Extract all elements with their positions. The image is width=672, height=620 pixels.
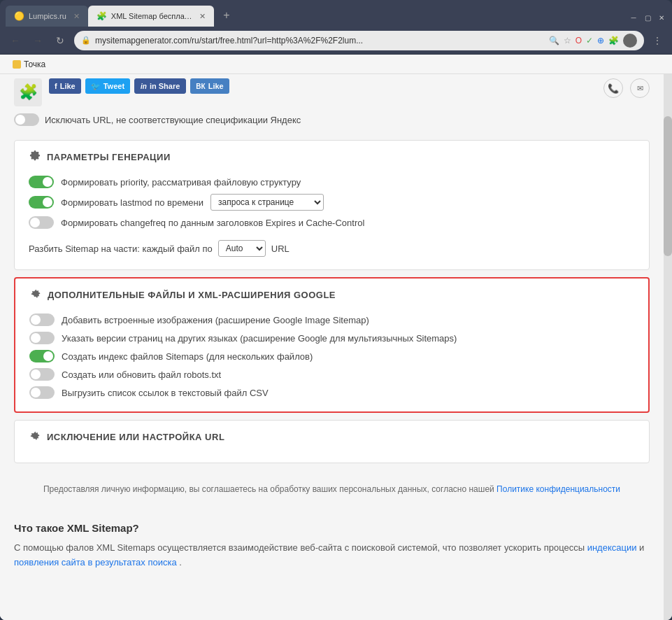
lastmod-row: Формировать lastmod по времени запроса к…: [29, 191, 635, 213]
menu-icon[interactable]: ⋮: [650, 32, 665, 49]
twitter-icon: 🐦: [91, 82, 101, 91]
reload-button[interactable]: ↻: [52, 32, 69, 49]
images-toggle-knob: [31, 315, 41, 325]
scrollbar[interactable]: [664, 74, 672, 620]
gear-icon-additional: [29, 288, 42, 301]
csv-toggle-knob: [31, 388, 41, 397]
star-icon[interactable]: ☆: [564, 36, 571, 45]
bookmark-folder-icon: [13, 60, 21, 69]
email-icon[interactable]: ✉: [630, 78, 650, 98]
generation-section: ПАРАМЕТРЫ ГЕНЕРАЦИИ Формировать priority…: [14, 140, 650, 270]
url-text: mysitemapgenerator.com/ru/start/free.htm…: [95, 36, 545, 45]
privacy-link[interactable]: Политике конфиденциальности: [496, 484, 620, 494]
changefreq-row: Формировать changefreq по данным заголов…: [29, 213, 635, 232]
privacy-text-block: Предоставляя личную информацию, вы согла…: [0, 470, 664, 508]
faq-text: С помощью фалов XML Sitemaps осуществляе…: [14, 541, 650, 570]
exclusion-section: ИСКЛЮЧЕНИЕ ИЛИ НАСТРОЙКА URL: [14, 420, 650, 463]
robots-toggle-knob: [31, 369, 41, 379]
search-icon[interactable]: 🔍: [549, 36, 559, 45]
facebook-icon: f: [55, 82, 57, 90]
content-area: 🧩 f Like 🐦 Tweet in in Share: [0, 74, 672, 620]
page-inner: 🧩 f Like 🐦 Tweet in in Share: [0, 74, 664, 620]
faq-link-results[interactable]: появления сайта в результатах поиска: [14, 557, 177, 568]
vpn-icon[interactable]: ⊕: [597, 36, 604, 45]
profile-icon[interactable]: [623, 34, 637, 48]
shield-icon[interactable]: ✓: [586, 36, 593, 45]
address-bar: ← → ↻ 🔒 mysitemapgenerator.com/ru/start/…: [0, 27, 672, 55]
browser-menu: ⋮: [650, 32, 665, 49]
changefreq-toggle[interactable]: [29, 216, 54, 229]
faq-title: Что такое XML Sitemap?: [14, 522, 650, 534]
priority-label: Формировать priority, рассматривая файло…: [61, 177, 301, 188]
extension-icon[interactable]: 🧩: [608, 36, 619, 45]
tab-close-lumpics[interactable]: ✕: [73, 12, 80, 21]
index-toggle-knob: [43, 351, 53, 361]
lock-icon: 🔒: [81, 36, 91, 45]
phone-icon[interactable]: 📞: [603, 78, 623, 98]
index-row: Создать индекс файлов Sitemaps (для неск…: [29, 347, 634, 365]
window-controls: ─ ▢ ✕: [629, 13, 666, 27]
priority-toggle[interactable]: [29, 176, 54, 188]
url-bar[interactable]: 🔒 mysitemapgenerator.com/ru/start/free.h…: [74, 31, 644, 50]
languages-label: Указать версии страниц на других языках …: [62, 333, 457, 344]
tab-lumpics[interactable]: 🟡 Lumpics.ru ✕: [6, 6, 88, 27]
images-row: Добавить встроенные изображения (расшире…: [29, 311, 634, 329]
opera-icon[interactable]: O: [576, 36, 582, 45]
additional-section: ДОПОЛНИТЕЛЬНЫЕ ФАЙЛЫ И XML-РАСШИРЕНИЯ GO…: [14, 277, 650, 413]
twitter-tweet-button[interactable]: 🐦 Tweet: [85, 78, 130, 94]
url-actions: 🔍 ☆ O ✓ ⊕ 🧩: [549, 34, 637, 48]
lastmod-toggle-knob: [43, 197, 52, 207]
scrollbar-thumb[interactable]: [664, 116, 672, 256]
back-button[interactable]: ←: [7, 32, 24, 49]
index-label: Создать индекс файлов Sitemaps (для неск…: [62, 351, 313, 362]
languages-toggle-knob: [31, 333, 41, 343]
yandex-exclusion-row: Исключать URL, не соответствующие специф…: [0, 111, 664, 133]
csv-toggle[interactable]: [29, 386, 55, 399]
forward-button[interactable]: →: [29, 32, 46, 49]
lastmod-label: Формировать lastmod по времени: [61, 197, 203, 208]
tab-close-xml[interactable]: ✕: [199, 12, 206, 21]
yandex-toggle[interactable]: [14, 113, 39, 126]
csv-label: Выгрузить список ссылок в текстовый файл…: [62, 388, 269, 398]
privacy-main-text: Предоставляя личную информацию, вы согла…: [43, 484, 494, 494]
images-toggle[interactable]: [29, 313, 55, 326]
split-select[interactable]: Auto 1000 5000 10000: [218, 240, 266, 257]
facebook-like-button[interactable]: f Like: [49, 78, 81, 94]
gear-icon-generation: [29, 150, 41, 163]
gear-icon-exclusion: [29, 430, 41, 443]
csv-row: Выгрузить список ссылок в текстовый файл…: [29, 383, 634, 402]
maximize-button[interactable]: ▢: [643, 13, 652, 22]
close-button[interactable]: ✕: [657, 13, 666, 22]
social-buttons-container: f Like 🐦 Tweet in in Share ВК: [49, 78, 229, 94]
lastmod-toggle[interactable]: [29, 196, 54, 209]
index-toggle[interactable]: [29, 350, 55, 362]
minimize-button[interactable]: ─: [629, 13, 638, 22]
vk-icon: ВК: [196, 83, 205, 90]
changefreq-label: Формировать changefreq по данным заголов…: [61, 218, 364, 228]
site-logo: 🧩: [14, 78, 42, 106]
bookmark-bar: Точка: [0, 55, 672, 74]
tab-label-lumpics: Lumpics.ru: [29, 12, 66, 20]
languages-row: Указать версии страниц на других языках …: [29, 329, 634, 347]
browser-window: 🟡 Lumpics.ru ✕ 🧩 XML Sitemap бесплатно -…: [0, 0, 672, 620]
yandex-toggle-knob: [15, 115, 25, 125]
linkedin-share-button[interactable]: in in Share: [134, 78, 186, 94]
robots-label: Создать или обновить файл robots.txt: [62, 369, 221, 380]
changefreq-toggle-knob: [30, 218, 40, 227]
generation-section-title: ПАРАМЕТРЫ ГЕНЕРАЦИИ: [29, 150, 635, 163]
priority-toggle-knob: [43, 177, 52, 187]
tab-xml-sitemap[interactable]: 🧩 XML Sitemap бесплатно - Генер... ✕: [88, 6, 214, 27]
bookmark-tochka[interactable]: Точка: [8, 58, 50, 71]
robots-toggle[interactable]: [29, 368, 55, 381]
contact-icons: 📞 ✉: [603, 78, 650, 98]
bookmark-label: Точка: [24, 59, 45, 69]
lastmod-select[interactable]: запроса к странице последнего изменения: [210, 194, 324, 211]
robots-row: Создать или обновить файл robots.txt: [29, 365, 634, 383]
vk-like-button[interactable]: ВК Like: [190, 78, 229, 94]
page-header: 🧩 f Like 🐦 Tweet in in Share: [0, 74, 664, 111]
faq-link-indexing[interactable]: индексации: [587, 542, 637, 553]
split-suffix: URL: [271, 244, 289, 254]
languages-toggle[interactable]: [29, 332, 55, 344]
new-tab-button[interactable]: +: [217, 6, 236, 25]
tab-label-xml: XML Sitemap бесплатно - Генер...: [111, 12, 192, 20]
